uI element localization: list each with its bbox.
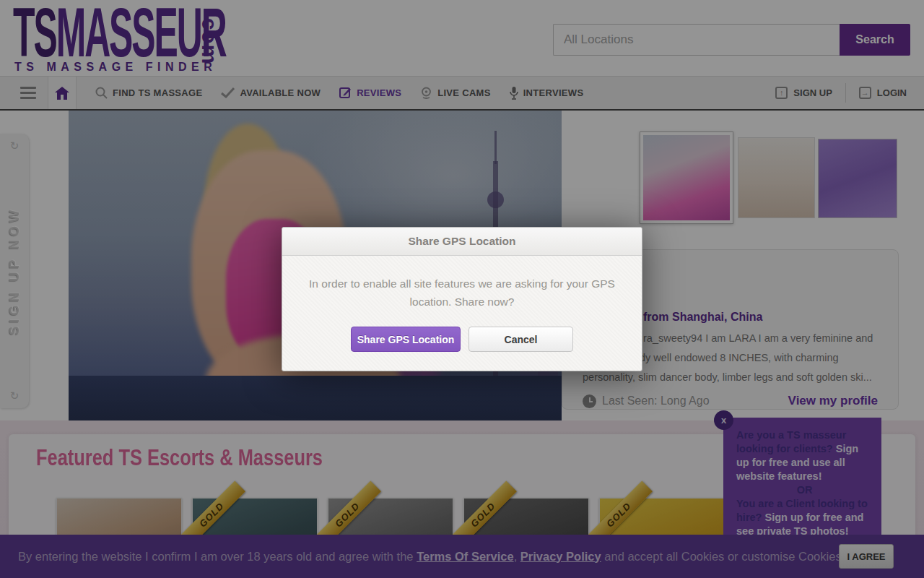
gps-modal-message: In order to enable all site features we … — [302, 275, 622, 311]
gps-modal-buttons: Share GPS Location Cancel — [302, 327, 622, 352]
gps-modal-title: Share GPS Location — [282, 228, 642, 256]
gps-modal-body: In order to enable all site features we … — [282, 256, 642, 371]
share-gps-button[interactable]: Share GPS Location — [351, 327, 461, 352]
cancel-button[interactable]: Cancel — [468, 327, 573, 352]
page: TSMASSEUR com TS MASSAGE FINDER Search F… — [0, 0, 924, 578]
gps-modal: Share GPS Location In order to enable al… — [282, 227, 642, 371]
